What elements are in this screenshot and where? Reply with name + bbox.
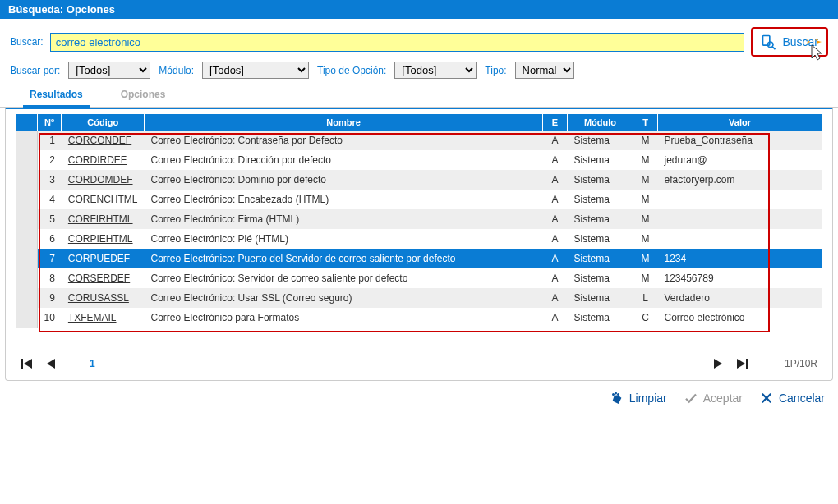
codigo-link[interactable]: CORUSASSL — [68, 292, 129, 304]
codigo-link[interactable]: CORPUEDEF — [68, 253, 130, 264]
cell-e: A — [543, 288, 568, 308]
cell-valor — [658, 190, 822, 209]
cell-n: 3 — [37, 170, 62, 190]
cancelar-button[interactable]: Cancelar — [759, 391, 825, 405]
close-icon — [759, 391, 774, 405]
tipo-select[interactable]: Normal — [515, 62, 574, 79]
row-selector[interactable] — [16, 249, 37, 268]
cell-valor: jeduran@ — [658, 150, 822, 170]
codigo-link[interactable]: CORFIRHTML — [68, 213, 133, 225]
cell-codigo: CORDIRDEF — [62, 150, 145, 170]
row-selector[interactable] — [16, 190, 37, 209]
table-row[interactable]: 1CORCONDEFCorreo Electrónico: Contraseña… — [16, 131, 822, 150]
svg-marker-4 — [815, 39, 822, 44]
cell-codigo: CORENCHTML — [62, 190, 145, 209]
last-page-icon[interactable] — [735, 357, 748, 370]
svg-rect-10 — [746, 359, 748, 369]
aceptar-button[interactable]: Aceptar — [684, 391, 743, 405]
cell-n: 2 — [37, 150, 62, 170]
cell-valor — [658, 209, 822, 229]
codigo-link[interactable]: CORCONDEF — [68, 135, 131, 146]
cell-codigo: CORCONDEF — [62, 131, 145, 150]
cell-valor — [658, 229, 822, 249]
col-t[interactable]: T — [633, 114, 658, 131]
codigo-link[interactable]: CORPIEHTML — [68, 233, 133, 245]
codigo-link[interactable]: TXFEMAIL — [68, 312, 117, 323]
cell-modulo: Sistema — [568, 170, 633, 190]
cell-e: A — [543, 131, 568, 150]
row-selector[interactable] — [16, 229, 37, 249]
search-input[interactable] — [50, 33, 745, 52]
modulo-select[interactable]: [Todos] — [202, 62, 309, 79]
row-selector[interactable] — [16, 288, 37, 308]
cell-modulo: Sistema — [568, 190, 633, 209]
cell-modulo: Sistema — [568, 249, 633, 268]
next-page-icon[interactable] — [711, 357, 724, 370]
cell-nombre: Correo Electrónico: Encabezado (HTML) — [145, 190, 543, 209]
table-row[interactable]: 7CORPUEDEFCorreo Electrónico: Puerto del… — [16, 249, 822, 268]
codigo-link[interactable]: CORSERDEF — [68, 273, 130, 284]
cursor-click-icon — [803, 37, 828, 64]
cell-modulo: Sistema — [568, 308, 633, 328]
row-selector[interactable] — [16, 268, 37, 288]
col-valor[interactable]: Valor — [658, 114, 822, 131]
cell-n: 8 — [37, 268, 62, 288]
svg-rect-5 — [21, 359, 23, 369]
table-row[interactable]: 4CORENCHTMLCorreo Electrónico: Encabezad… — [16, 190, 822, 209]
col-nombre[interactable]: Nombre — [145, 114, 543, 131]
row-selector[interactable] — [16, 209, 37, 229]
row-selector[interactable] — [16, 131, 37, 150]
cell-e: A — [543, 308, 568, 328]
tipo-opcion-select[interactable]: [Todos] — [394, 62, 477, 79]
svg-point-13 — [618, 394, 619, 396]
svg-marker-9 — [737, 359, 745, 369]
codigo-link[interactable]: CORDIRDEF — [68, 154, 127, 166]
tab-opciones[interactable]: Opciones — [114, 85, 173, 107]
col-modulo[interactable]: Módulo — [568, 114, 633, 131]
row-selector[interactable] — [16, 150, 37, 170]
table-row[interactable]: 8CORSERDEFCorreo Electrónico: Servidor d… — [16, 268, 822, 288]
first-page-icon[interactable] — [21, 357, 34, 370]
row-selector[interactable] — [16, 170, 37, 190]
cell-nombre: Correo Electrónico: Pié (HTML) — [145, 229, 543, 249]
cell-nombre: Correo Electrónico: Servidor de correo s… — [145, 268, 543, 288]
cell-codigo: CORDOMDEF — [62, 170, 145, 190]
check-icon — [684, 391, 698, 405]
cell-t: M — [633, 190, 658, 209]
row-selector[interactable] — [16, 308, 37, 328]
limpiar-button[interactable]: Limpiar — [610, 391, 667, 405]
cell-modulo: Sistema — [568, 131, 633, 150]
table-row[interactable]: 5CORFIRHTMLCorreo Electrónico: Firma (HT… — [16, 209, 822, 229]
col-codigo[interactable]: Código — [62, 114, 145, 131]
cell-t: C — [633, 308, 658, 328]
table-row[interactable]: 2CORDIRDEFCorreo Electrónico: Dirección … — [16, 150, 822, 170]
cell-e: A — [543, 229, 568, 249]
prev-page-icon[interactable] — [45, 357, 58, 370]
cell-codigo: CORSERDEF — [62, 268, 145, 288]
svg-rect-0 — [763, 36, 770, 46]
cell-nombre: Correo Electrónico: Firma (HTML) — [145, 209, 543, 229]
cell-valor: efactoryerp.com — [658, 170, 822, 190]
modulo-label: Módulo: — [159, 65, 194, 76]
cell-e: A — [543, 150, 568, 170]
col-n[interactable]: Nº — [37, 114, 62, 131]
cell-codigo: CORFIRHTML — [62, 209, 145, 229]
cell-n: 7 — [37, 249, 62, 268]
cell-t: M — [633, 229, 658, 249]
table-row[interactable]: 9CORUSASSLCorreo Electrónico: Usar SSL (… — [16, 288, 822, 308]
codigo-link[interactable]: CORDOMDEF — [68, 174, 133, 186]
table-row[interactable]: 6CORPIEHTMLCorreo Electrónico: Pié (HTML… — [16, 229, 822, 249]
search-label: Buscar: — [10, 36, 44, 48]
svg-marker-3 — [805, 39, 810, 44]
col-e[interactable]: E — [543, 114, 568, 131]
table-row[interactable]: 3CORDOMDEFCorreo Electrónico: Dominio po… — [16, 170, 822, 190]
cell-n: 10 — [37, 308, 62, 328]
codigo-link[interactable]: CORENCHTML — [68, 194, 138, 205]
cell-nombre: Correo Electrónico: Contraseña por Defec… — [145, 131, 543, 150]
table-row[interactable]: 10TXFEMAILCorreo Electrónico para Format… — [16, 308, 822, 328]
cell-e: A — [543, 249, 568, 268]
buscar-por-select[interactable]: [Todos] — [68, 62, 150, 79]
tab-resultados[interactable]: Resultados — [23, 85, 90, 108]
cell-modulo: Sistema — [568, 209, 633, 229]
cell-t: M — [633, 131, 658, 150]
